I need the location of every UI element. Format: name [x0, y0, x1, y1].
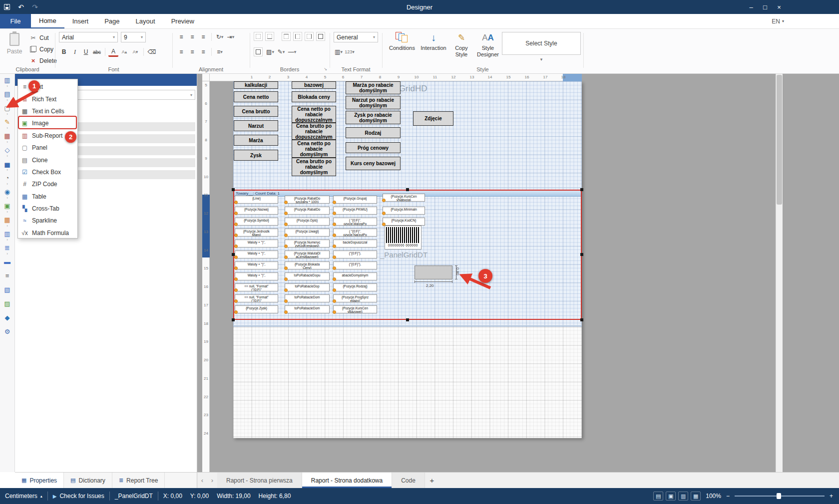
- align-right-button[interactable]: ≡: [198, 32, 208, 42]
- band-cell[interactable]: toPoRabacieDom: [285, 305, 330, 313]
- menu-item[interactable]: ▦ Text in Cells: [18, 105, 77, 117]
- header-cell[interactable]: Zysk po rabacie domyślnym: [346, 111, 401, 124]
- scrollbar-thumb[interactable]: [777, 75, 782, 205]
- toolbox-item[interactable]: ≡: [0, 272, 14, 286]
- band-cell[interactable]: == null, "Format" ("{0:F}": [235, 294, 278, 302]
- cut-button[interactable]: ✂Cut: [28, 32, 59, 43]
- ribbon-tab[interactable]: File: [0, 14, 31, 28]
- toolbox-item[interactable]: ✎ ›: [0, 118, 14, 132]
- ribbon-tab[interactable]: Page: [96, 14, 127, 28]
- close-button[interactable]: ×: [772, 0, 786, 14]
- tab-scroll-left-button[interactable]: ‹: [197, 473, 207, 488]
- header-cell[interactable]: Cena netto: [234, 91, 278, 102]
- number-format-button[interactable]: 123▾: [345, 47, 355, 57]
- redo-button[interactable]: ↷: [28, 0, 42, 14]
- band-cell[interactable]: Waluty + ")",: [235, 251, 278, 258]
- menu-item[interactable]: √x Math Formula: [18, 227, 77, 239]
- selection-handle[interactable]: [580, 188, 583, 191]
- border-outline-button[interactable]: [254, 47, 263, 56]
- toolbox-item[interactable]: ◔ ›: [0, 174, 14, 188]
- text-format-select[interactable]: General▾: [334, 32, 378, 42]
- align-middle-button[interactable]: ≡: [187, 47, 197, 57]
- select-style-gallery[interactable]: Select Style: [502, 32, 581, 55]
- border-none-button[interactable]: [254, 32, 263, 41]
- style-designer-button[interactable]: AA Style Designer: [475, 31, 501, 58]
- ribbon-tab[interactable]: Home: [31, 14, 64, 28]
- header-cell[interactable]: bazowej: [292, 81, 336, 89]
- toolbox-item[interactable]: ▥ ›: [0, 76, 14, 90]
- header-cell[interactable]: kalkulacji: [234, 81, 278, 89]
- menu-item[interactable]: ▦ Table: [18, 191, 77, 203]
- style-gallery-dropdown[interactable]: ▾: [502, 57, 581, 62]
- tab-scroll-right-button[interactable]: ›: [207, 473, 217, 488]
- band-cell[interactable]: bacieDopuszczal: [333, 240, 377, 248]
- band-cell[interactable]: toPoRabacieDopu: [285, 272, 330, 280]
- image-placeholder-rect[interactable]: [415, 265, 452, 279]
- italic-button[interactable]: I: [70, 47, 80, 57]
- cell-format-button[interactable]: ▥▾: [334, 47, 344, 57]
- band-cell[interactable]: {Pozycje.Zysk}: [235, 305, 278, 313]
- view-mode-icon[interactable]: ▦: [691, 492, 701, 501]
- toolbox-item[interactable]: ▤ ›: [0, 90, 14, 104]
- band-cell[interactable]: {Pozycje.KursCen yBazowej}: [333, 305, 377, 313]
- band-cell[interactable]: Waluty + ")",: [235, 261, 278, 269]
- header-cell[interactable]: Zdjęcie: [413, 111, 453, 126]
- header-cell[interactable]: Cena brutto: [234, 106, 278, 117]
- ribbon-tab[interactable]: Layout: [128, 14, 163, 28]
- menu-item[interactable]: ≣ Rich Text: [18, 93, 77, 105]
- selection-handle[interactable]: [580, 253, 583, 256]
- selection-handle[interactable]: [232, 318, 235, 321]
- maximize-button[interactable]: □: [758, 0, 772, 14]
- strikethrough-button[interactable]: abc: [92, 47, 102, 57]
- menu-item[interactable]: # ZIP Code: [18, 178, 77, 190]
- add-page-button[interactable]: +: [425, 473, 439, 488]
- band-cell[interactable]: ("{0:F}").: [333, 261, 377, 269]
- fill-color-button[interactable]: ▨▾: [265, 47, 275, 57]
- band-cell[interactable]: ( "{0:F}". ozycje.NarzutPo: [333, 229, 377, 237]
- toolbox-item[interactable]: ▣ ›: [0, 202, 14, 216]
- zoom-out-button[interactable]: −: [726, 493, 730, 500]
- band-cell[interactable]: == null, "Format" ("{0:F}": [235, 283, 278, 291]
- band-cell[interactable]: {Pozycje.Rodzaj}: [333, 283, 377, 291]
- menu-item[interactable]: ▤ Clone: [18, 154, 77, 166]
- band-cell[interactable]: {Pozycje.Nazwa}: [235, 207, 278, 215]
- zoom-slider[interactable]: [735, 493, 825, 500]
- band-cell[interactable]: {Pozycje.RabatDo: [285, 207, 330, 215]
- band-cell[interactable]: toPoRabacieDom: [285, 294, 330, 302]
- panel-tab[interactable]: ▤ Dictionary: [64, 473, 112, 488]
- band-cell[interactable]: ("{0:F}").: [333, 251, 377, 258]
- header-cell[interactable]: Marża: [234, 135, 278, 146]
- toolbox-item[interactable]: ▢ ›: [0, 104, 14, 118]
- band-cell[interactable]: {Pozycje.Grupa}: [333, 196, 377, 204]
- border-right-button[interactable]: [305, 32, 314, 41]
- zoom-in-button[interactable]: +: [830, 493, 833, 500]
- underline-button[interactable]: U: [81, 47, 91, 57]
- band-cell[interactable]: Waluty + ")",: [235, 240, 278, 248]
- align-top-button[interactable]: ≡: [176, 47, 186, 57]
- menu-item[interactable]: ≈ Sparkline: [18, 215, 77, 227]
- toolbox-item[interactable]: ▨: [0, 300, 14, 314]
- text-rotation-button[interactable]: ↻▾: [215, 32, 225, 42]
- copy-style-button[interactable]: ✎ Copy Style: [450, 31, 473, 58]
- menu-item[interactable]: ▣ Image: [18, 117, 77, 129]
- ribbon-tab[interactable]: Insert: [64, 14, 97, 28]
- toolbox-item[interactable]: ▬: [0, 258, 14, 272]
- toolbox-item[interactable]: ▅ ›: [0, 160, 14, 174]
- toolbox-item[interactable]: ◉ ›: [0, 188, 14, 202]
- menu-item[interactable]: ▢ Panel: [18, 142, 77, 154]
- language-selector[interactable]: EN ▾: [772, 14, 784, 28]
- border-bottom-button[interactable]: [265, 32, 274, 41]
- header-cell[interactable]: Cena netto po rabacie domyślnym: [292, 140, 336, 158]
- band-cell[interactable]: {Pozycje.WalutaDl aCenyBazowej}: [285, 251, 330, 258]
- menu-item[interactable]: ☑ Check Box: [18, 166, 77, 178]
- indent-button[interactable]: ⇥▾: [226, 32, 236, 42]
- band-cell[interactable]: Waluty + ")",: [235, 272, 278, 280]
- header-cell[interactable]: Cena brutto po rabacie dopuszczalnym: [292, 123, 336, 140]
- band-cell[interactable]: {Pozycje.Blokada Ceny}: [285, 261, 330, 269]
- panel-tab[interactable]: ≣ Report Tree: [112, 473, 165, 488]
- border-color-button[interactable]: ✎▾: [276, 47, 286, 57]
- band-cell[interactable]: {Pozycje.KursCen yNabycia}: [383, 194, 425, 202]
- border-top-button[interactable]: [282, 32, 291, 41]
- toolbox-item[interactable]: ≣ ›: [0, 244, 14, 258]
- zoom-slider-thumb[interactable]: [777, 493, 781, 499]
